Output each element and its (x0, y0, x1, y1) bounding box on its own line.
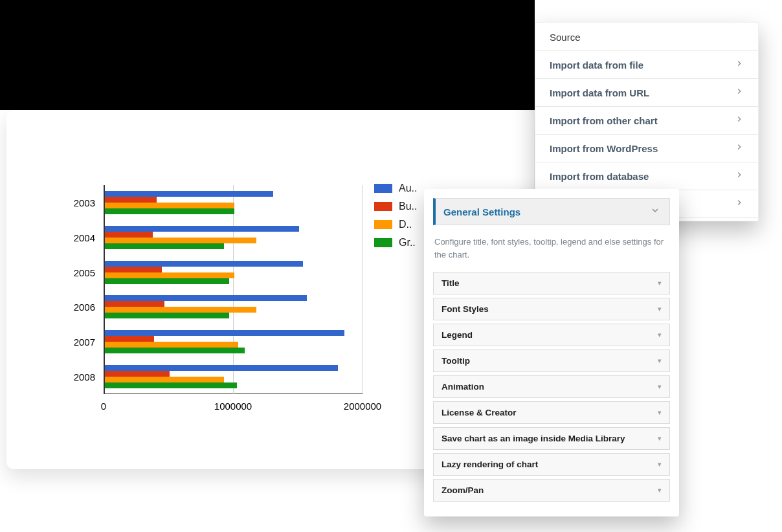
x-tick-label: 1000000 (214, 401, 252, 412)
y-tick-label: 2003 (63, 197, 95, 208)
x-tick-label: 2000000 (344, 401, 381, 412)
grid-line (233, 185, 234, 394)
legend-label: Bu.. (399, 201, 417, 212)
caret-down-icon: ▾ (658, 460, 662, 469)
legend-swatch (374, 202, 392, 211)
chevron-right-icon (735, 87, 744, 98)
caret-down-icon: ▾ (658, 331, 662, 339)
bar (105, 371, 170, 377)
settings-item-label: License & Creator (441, 408, 517, 417)
y-tick-label: 2006 (63, 302, 95, 313)
y-tick-label: 2005 (63, 267, 95, 278)
bar (105, 348, 245, 353)
caret-down-icon: ▾ (658, 305, 662, 313)
y-tick-label: 2008 (63, 371, 95, 382)
general-settings-description: Configure title, font styles, tooltip, l… (433, 233, 670, 272)
bar-chart: 010000002000000200320042005200620072008 (104, 185, 363, 394)
settings-item[interactable]: Font Styles▾ (433, 298, 670, 320)
settings-item[interactable]: Title▾ (433, 272, 670, 294)
bar (105, 238, 256, 243)
general-settings-title: General Settings (443, 206, 520, 217)
settings-item-label: Save chart as an image inside Media Libr… (441, 434, 625, 443)
legend-item: Au.. (374, 183, 417, 194)
chevron-right-icon (735, 142, 744, 154)
bar (105, 278, 229, 284)
chevron-right-icon (735, 170, 744, 182)
bar (105, 377, 224, 382)
grid-line (363, 185, 363, 394)
background-black-block (0, 0, 535, 110)
settings-item-label: Title (441, 278, 460, 288)
bar (105, 226, 299, 232)
source-item-label: Import from WordPress (550, 143, 658, 154)
legend-item: Bu.. (374, 201, 417, 212)
bar (105, 272, 234, 278)
settings-item[interactable]: Save chart as an image inside Media Libr… (433, 427, 670, 450)
bar (105, 365, 338, 371)
settings-item-label: Font Styles (441, 304, 489, 314)
chevron-right-icon (735, 115, 744, 126)
settings-item-label: Lazy rendering of chart (441, 460, 538, 469)
legend-swatch (374, 238, 392, 247)
bar (105, 301, 164, 307)
general-settings-panel: General Settings Configure title, font s… (424, 189, 679, 516)
bar (105, 382, 237, 388)
chart-legend: Au..Bu..D..Gr.. (374, 183, 417, 255)
chevron-right-icon (735, 198, 744, 210)
caret-down-icon: ▾ (658, 434, 662, 443)
legend-item: D.. (374, 219, 417, 230)
bar (105, 232, 153, 238)
bar (105, 313, 229, 318)
legend-item: Gr.. (374, 237, 417, 249)
source-panel-title: Source (535, 23, 758, 50)
y-axis-line (104, 185, 105, 394)
bar (105, 208, 234, 214)
chevron-right-icon (735, 59, 744, 71)
source-item[interactable]: Import data from file (535, 50, 758, 78)
bar (105, 267, 162, 272)
source-item-label: Import from other chart (550, 115, 658, 126)
legend-swatch (374, 184, 392, 193)
bar (105, 295, 307, 301)
caret-down-icon: ▾ (658, 279, 662, 287)
bar (105, 197, 157, 203)
source-item-label: Import from database (550, 171, 649, 182)
settings-item[interactable]: License & Creator▾ (433, 401, 670, 424)
source-item[interactable]: Import data from URL (535, 78, 758, 106)
source-item[interactable]: Import from WordPress (535, 134, 758, 162)
settings-item[interactable]: Zoom/Pan▾ (433, 479, 670, 502)
settings-item-label: Zoom/Pan (441, 485, 484, 495)
settings-item[interactable]: Lazy rendering of chart▾ (433, 453, 670, 476)
chevron-down-icon (650, 205, 660, 218)
settings-item[interactable]: Animation▾ (433, 375, 670, 398)
x-tick-label: 0 (101, 401, 106, 412)
bar (105, 261, 303, 267)
settings-item-label: Legend (441, 330, 473, 340)
caret-down-icon: ▾ (658, 486, 662, 494)
bar (105, 336, 154, 342)
legend-label: Au.. (399, 183, 417, 194)
caret-down-icon: ▾ (658, 382, 662, 391)
legend-label: D.. (399, 219, 412, 230)
legend-label: Gr.. (399, 237, 416, 249)
source-item-label: Import data from file (550, 60, 643, 71)
source-item[interactable]: Import from database (535, 162, 758, 190)
settings-item[interactable]: Legend▾ (433, 324, 670, 346)
bar (105, 243, 224, 249)
y-tick-label: 2004 (63, 232, 95, 243)
bar (105, 307, 256, 313)
source-item[interactable]: Import from other chart (535, 106, 758, 134)
bar (105, 342, 238, 348)
settings-item-label: Tooltip (441, 356, 470, 366)
caret-down-icon: ▾ (658, 408, 662, 417)
settings-item[interactable]: Tooltip▾ (433, 349, 670, 372)
bar (105, 203, 234, 208)
general-settings-header[interactable]: General Settings (433, 198, 670, 225)
caret-down-icon: ▾ (658, 357, 662, 365)
y-tick-label: 2007 (63, 337, 95, 348)
bar (105, 191, 273, 197)
bar (105, 330, 344, 336)
settings-item-label: Animation (441, 382, 484, 392)
source-item-label: Import data from URL (550, 87, 649, 98)
legend-swatch (374, 220, 392, 229)
